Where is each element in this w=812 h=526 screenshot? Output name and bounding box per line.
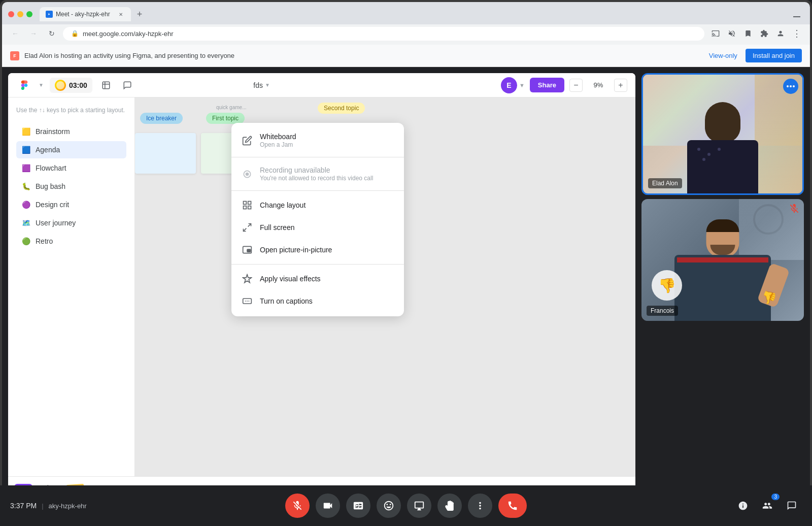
captions-button[interactable] <box>346 494 370 518</box>
bugbash-label: Bug bash <box>36 182 65 190</box>
install-join-btn[interactable]: Install and join <box>746 49 802 62</box>
fullscreen-icon <box>242 222 253 233</box>
svg-point-4 <box>246 172 249 176</box>
browser-tab-meet[interactable]: Meet - aky-hzpk-ehr ✕ <box>40 7 131 21</box>
camera-button[interactable] <box>316 494 340 518</box>
share-button[interactable]: Share <box>530 78 564 92</box>
comment-btn[interactable] <box>120 78 135 93</box>
timer-value: 03:00 <box>69 81 87 89</box>
info-button[interactable] <box>733 496 753 516</box>
more-options-button[interactable] <box>468 494 492 518</box>
forward-button[interactable]: → <box>26 26 41 41</box>
present-button[interactable] <box>407 494 431 518</box>
timer-display[interactable]: 03:00 <box>50 78 92 93</box>
elad-more-btn[interactable] <box>783 79 798 94</box>
traffic-light-minimize[interactable] <box>17 11 23 17</box>
whiteboard-label: Whiteboard <box>260 133 296 141</box>
address-bar[interactable]: 🔒 meet.google.com/aky-hzpk-ehr <box>63 27 704 41</box>
zoom-level[interactable]: 9% <box>586 81 611 89</box>
agenda-icon: 🟦 <box>21 145 30 154</box>
notification-bar: F Elad Alon is hosting an activity using… <box>2 45 810 67</box>
change-layout-icon <box>242 200 253 211</box>
user-avatar-e[interactable]: E <box>501 77 517 93</box>
sidebar-item-bugbash[interactable]: 🐛 Bug bash <box>16 178 126 195</box>
traffic-light-maximize[interactable] <box>26 11 32 17</box>
canvas-main[interactable]: quick game... Ice breaker First topic Se… <box>135 97 635 476</box>
tab-close-btn[interactable]: ✕ <box>117 10 125 18</box>
zoom-in-button[interactable]: + <box>614 79 627 92</box>
menu-item-whiteboard[interactable]: Whiteboard Open a Jam <box>231 127 404 154</box>
elad-name-badge: Elad Alon <box>648 178 682 188</box>
meeting-id: aky-hzpk-ehr <box>49 502 87 510</box>
timer-icon <box>55 80 66 91</box>
sidebar-item-agenda[interactable]: 🟦 Agenda <box>16 141 126 158</box>
view-only-btn[interactable]: View-only <box>709 52 737 59</box>
cast-icon[interactable] <box>708 26 723 41</box>
menu-item-captions[interactable]: Turn on captions <box>231 290 404 312</box>
menu-item-fullscreen[interactable]: Full screen <box>231 216 404 239</box>
figma-logo-button[interactable] <box>16 77 32 93</box>
flowchart-icon: 🟪 <box>21 163 30 173</box>
menu-item-visual-effects[interactable]: Apply visual effects <box>231 268 404 290</box>
file-title-chevron: ▼ <box>265 82 270 88</box>
profile-icon[interactable] <box>773 26 788 41</box>
sidebar-item-userjourney[interactable]: 🗺️ User journey <box>16 214 126 232</box>
figma-title[interactable]: fds ▼ <box>253 81 270 89</box>
figma-notification-icon: F <box>10 51 19 60</box>
zoom-controls: − 9% + <box>569 79 627 92</box>
window-control-btn[interactable] <box>790 7 804 21</box>
captions-label: Turn on captions <box>260 297 313 305</box>
people-count-badge: 3 <box>771 494 780 500</box>
menu-item-change-layout[interactable]: Change layout <box>231 194 404 216</box>
svg-rect-6 <box>248 202 251 205</box>
francois-name-badge: Francois <box>647 306 678 316</box>
sidebar-item-retro[interactable]: 🟢 Retro <box>16 233 126 250</box>
back-button[interactable]: ← <box>8 26 22 41</box>
new-tab-button[interactable]: + <box>133 8 146 21</box>
mic-button[interactable] <box>285 494 310 518</box>
menu-item-pip[interactable]: Open picture-in-picture <box>231 239 404 261</box>
brainstorm-icon: 🟨 <box>21 127 30 136</box>
refresh-button[interactable]: ↻ <box>45 26 59 41</box>
user-dropdown-chevron[interactable]: ▼ <box>519 82 525 88</box>
svg-rect-8 <box>248 206 251 209</box>
change-layout-label: Change layout <box>260 201 306 209</box>
visual-effects-label: Apply visual effects <box>260 275 321 283</box>
chat-button[interactable] <box>782 496 802 516</box>
designcrit-icon: 🟣 <box>21 200 30 209</box>
traffic-light-close[interactable] <box>8 11 14 17</box>
sidebar-item-designcrit[interactable]: 🟣 Design crit <box>16 196 126 213</box>
userjourney-icon: 🗺️ <box>21 218 30 227</box>
mic-muted-indicator <box>789 203 800 214</box>
mute-site-icon[interactable] <box>725 26 739 41</box>
notification-text: Elad Alon is hosting an activity using F… <box>24 52 234 59</box>
designcrit-label: Design crit <box>36 201 69 209</box>
meet-bottom-bar: 3:37 PM | aky-hzpk-ehr <box>0 485 812 526</box>
figma-tools-chevron[interactable]: ▼ <box>39 82 44 88</box>
current-time: 3:37 PM <box>10 502 37 510</box>
first-topic-badge: First topic <box>206 113 245 124</box>
icebreaker-badge: Ice breaker <box>140 113 183 124</box>
zoom-out-button[interactable]: − <box>569 79 583 92</box>
end-call-button[interactable] <box>498 494 527 518</box>
raise-hand-button[interactable] <box>437 494 462 518</box>
emoji-button[interactable] <box>377 494 401 518</box>
recording-label: Recording unavailable <box>260 166 373 174</box>
bugbash-icon: 🐛 <box>21 182 30 191</box>
three-dots-icon <box>787 85 795 87</box>
small-label: quick game... <box>216 105 246 110</box>
menu-divider-1 <box>231 157 404 157</box>
frame-view-btn[interactable] <box>98 78 114 93</box>
people-button[interactable]: 3 <box>757 496 777 516</box>
bookmark-icon[interactable] <box>741 26 755 41</box>
recording-icon <box>242 169 253 180</box>
sidebar-hint: Use the ↑↓ keys to pick a starting layou… <box>16 106 126 115</box>
second-topic-badge: Second topic <box>318 103 365 114</box>
extensions-icon[interactable] <box>757 26 771 41</box>
chrome-menu-icon[interactable]: ⋮ <box>790 26 804 41</box>
sidebar-item-flowchart[interactable]: 🟪 Flowchart <box>16 159 126 177</box>
flowchart-label: Flowchart <box>36 164 66 172</box>
context-menu[interactable]: Whiteboard Open a Jam <box>231 123 404 316</box>
visual-effects-icon <box>242 273 253 284</box>
sidebar-item-brainstorm[interactable]: 🟨 Brainstorm <box>16 123 126 140</box>
